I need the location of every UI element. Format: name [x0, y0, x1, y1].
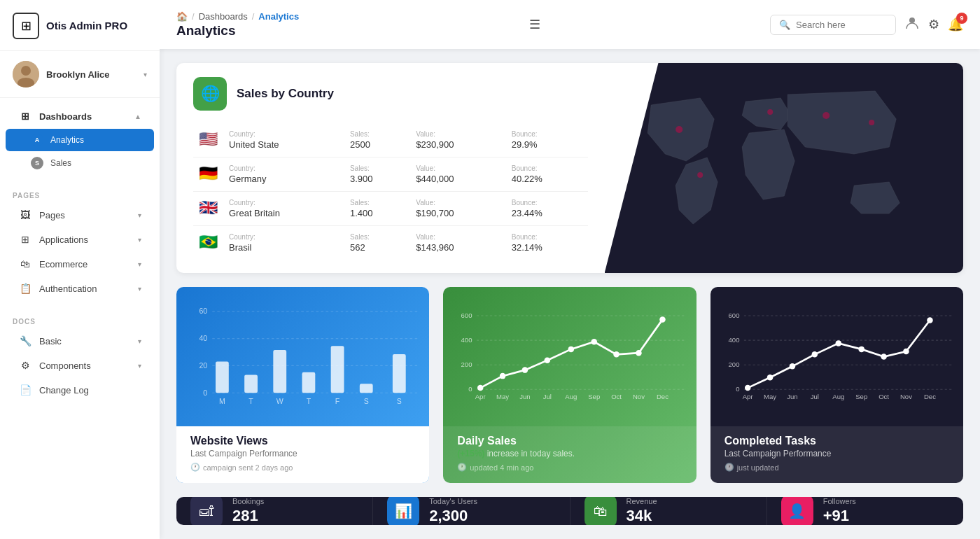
flag-cell: 🇺🇸 — [193, 123, 223, 158]
components-icon: ⚙ — [18, 360, 32, 371]
sidebar-item-ecommerce[interactable]: 🛍 Ecommerce ▾ — [6, 252, 154, 276]
user-profile[interactable]: Brooklyn Alice ▾ — [0, 51, 160, 98]
svg-text:600: 600 — [728, 312, 739, 319]
page-content: 🌐 Sales by Country 🇺🇸 Country: United St… — [160, 49, 980, 539]
sidebar-item-components[interactable]: ⚙ Components ▾ — [6, 354, 154, 377]
stat-info-0: Bookings 281 — [232, 497, 264, 525]
notification-badge: 9 — [956, 13, 967, 24]
bounce-cell: Bounce: 23.44% — [506, 192, 588, 226]
sidebar-item-analytics[interactable]: A Analytics — [6, 129, 154, 151]
stat-item: 🛋 Bookings 281 — [176, 497, 373, 525]
svg-text:Apr: Apr — [475, 393, 486, 400]
logo-icon: ⊞ — [13, 13, 39, 39]
svg-text:May: May — [764, 393, 776, 400]
website-views-footer: Website Views Last Campaign Performance … — [176, 426, 429, 483]
stat-value: +91 — [823, 507, 856, 525]
stat-info-3: Followers +91 — [823, 497, 856, 525]
user-chevron-icon: ▾ — [144, 71, 147, 78]
stat-label: Followers — [823, 497, 856, 505]
daily-sales-time: 🕐 updated 4 min ago — [457, 463, 682, 472]
search-input[interactable] — [796, 20, 887, 30]
breadcrumb-block: 🏠 / Dashboards / Analytics Analytics — [176, 11, 299, 38]
svg-text:Nov: Nov — [900, 393, 912, 400]
sales-by-country-card: 🌐 Sales by Country 🇺🇸 Country: United St… — [176, 63, 963, 273]
home-icon: 🏠 — [176, 11, 188, 22]
svg-text:Oct: Oct — [878, 393, 889, 400]
stat-info-2: Revenue 34k — [626, 497, 657, 525]
svg-text:Jun: Jun — [787, 393, 797, 400]
svg-point-46 — [636, 350, 642, 356]
stats-row: 🛋 Bookings 281 📊 Today's Users 2,300 🛍 R… — [176, 497, 963, 525]
svg-point-39 — [477, 385, 483, 391]
charts-row: 60 40 20 0 M T — [176, 287, 963, 483]
svg-text:Aug: Aug — [832, 393, 844, 400]
applications-chevron-icon: ▾ — [138, 236, 141, 244]
website-views-card: 60 40 20 0 M T — [176, 287, 429, 483]
analytics-dot: A — [31, 134, 43, 146]
svg-rect-18 — [244, 374, 258, 393]
stat-label: Bookings — [232, 497, 264, 505]
svg-text:Nov: Nov — [633, 393, 645, 400]
svg-point-40 — [500, 373, 505, 379]
svg-text:20: 20 — [199, 361, 207, 370]
bar-chart-svg: 60 40 20 0 M T — [188, 298, 418, 415]
svg-point-73 — [927, 317, 932, 323]
svg-point-5 — [767, 109, 773, 115]
sidebar-item-applications[interactable]: ⊞ Applications ▾ — [6, 227, 154, 251]
value-cell: Value: $143,960 — [410, 226, 506, 260]
value-cell: Value: $190,700 — [410, 192, 506, 226]
country-cell: Country: Germany — [223, 158, 344, 192]
country-cell: Country: Great Britain — [223, 192, 344, 226]
svg-text:Jul: Jul — [543, 393, 552, 400]
dashboard-icon: ⊞ — [18, 111, 32, 122]
logo-text: Otis Admin PRO — [46, 20, 127, 32]
stat-info-1: Today's Users 2,300 — [429, 497, 477, 525]
sidebar-item-authentication[interactable]: 📋 Authentication ▾ — [6, 276, 154, 300]
user-name: Brooklyn Alice — [46, 69, 136, 80]
sidebar-item-changelog[interactable]: 📄 Change Log — [6, 378, 154, 402]
daily-sales-chart-area: 600 400 200 0 — [443, 287, 696, 426]
dashboards-chevron-icon: ▲ — [134, 113, 141, 120]
sidebar-item-dashboards[interactable]: ⊞ Dashboards ▲ — [6, 104, 154, 128]
pages-section: PAGES 🖼 Pages ▾ ⊞ Applications ▾ 🛍 Ecomm… — [0, 181, 160, 307]
search-icon: 🔍 — [779, 20, 790, 30]
svg-point-70 — [858, 346, 864, 352]
basic-icon: 🔧 — [18, 335, 32, 346]
completed-tasks-card: 600 400 200 0 Apr — [710, 287, 963, 483]
svg-rect-19 — [273, 350, 286, 393]
components-chevron-icon: ▾ — [138, 362, 141, 370]
completed-tasks-time: 🕐 just updated — [724, 463, 949, 472]
sidebar-item-pages[interactable]: 🖼 Pages ▾ — [6, 203, 154, 227]
daily-sales-card: 600 400 200 0 — [443, 287, 696, 483]
notifications-icon[interactable]: 🔔 9 — [948, 17, 963, 32]
pages-icon: 🖼 — [18, 209, 32, 220]
sidebar-item-sales[interactable]: S Sales — [6, 152, 154, 174]
stat-value: 34k — [626, 507, 657, 525]
svg-text:Dec: Dec — [924, 393, 936, 400]
svg-text:400: 400 — [728, 336, 739, 344]
svg-point-43 — [568, 346, 574, 352]
svg-text:Sep: Sep — [855, 393, 867, 400]
svg-point-68 — [811, 351, 817, 357]
sidebar-item-basic[interactable]: 🔧 Basic ▾ — [6, 329, 154, 353]
svg-point-3 — [909, 18, 915, 23]
bounce-cell: Bounce: 32.14% — [506, 226, 588, 260]
svg-point-72 — [903, 349, 909, 354]
svg-point-42 — [545, 358, 550, 363]
auth-icon: 📋 — [18, 283, 32, 294]
auth-chevron-icon: ▾ — [138, 285, 141, 293]
user-icon[interactable] — [904, 15, 920, 34]
search-box[interactable]: 🔍 — [770, 15, 896, 35]
hamburger-icon[interactable]: ☰ — [526, 14, 543, 35]
settings-icon[interactable]: ⚙ — [928, 17, 939, 32]
svg-text:40: 40 — [199, 334, 207, 342]
stat-item: 👤 Followers +91 — [767, 497, 963, 525]
svg-text:Dec: Dec — [657, 393, 668, 400]
applications-icon: ⊞ — [18, 234, 32, 245]
svg-text:0: 0 — [203, 388, 207, 397]
dashboards-section: ⊞ Dashboards ▲ A Analytics S Sales — [0, 98, 160, 181]
bounce-cell: Bounce: 40.22% — [506, 158, 588, 192]
svg-text:200: 200 — [461, 360, 472, 368]
svg-rect-20 — [302, 372, 315, 393]
table-row: 🇺🇸 Country: United State Sales: 2500 Val… — [193, 123, 588, 158]
